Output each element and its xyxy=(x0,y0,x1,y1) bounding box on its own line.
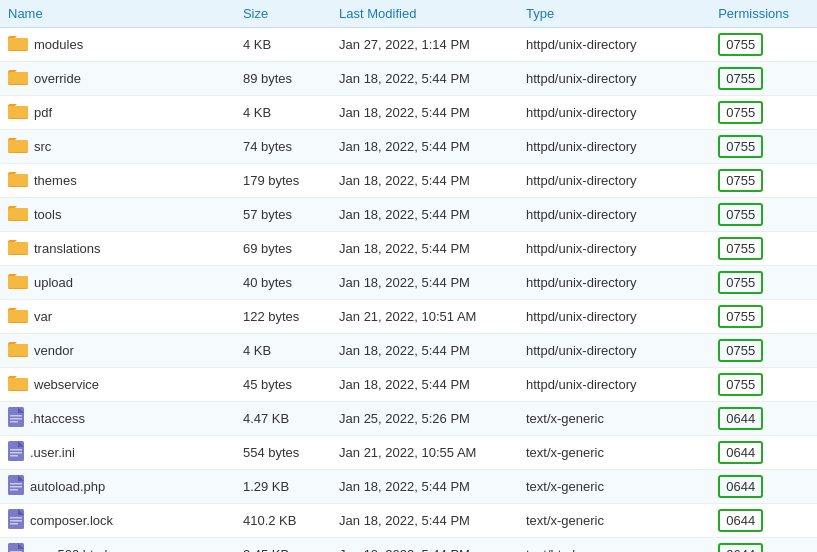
table-row[interactable]: override89 bytesJan 18, 2022, 5:44 PMhtt… xyxy=(0,62,817,96)
file-type-cell: httpd/unix-directory xyxy=(518,266,710,300)
permissions-badge[interactable]: 0755 xyxy=(718,203,763,226)
table-row[interactable]: autoload.php1.29 KBJan 18, 2022, 5:44 PM… xyxy=(0,470,817,504)
file-permissions-cell[interactable]: 0755 xyxy=(710,368,817,402)
file-name-text: autoload.php xyxy=(30,479,105,494)
file-modified-cell: Jan 21, 2022, 10:51 AM xyxy=(331,300,518,334)
file-permissions-cell[interactable]: 0755 xyxy=(710,164,817,198)
file-modified-cell: Jan 18, 2022, 5:44 PM xyxy=(331,504,518,538)
file-name-text: themes xyxy=(34,173,77,188)
file-modified-cell: Jan 18, 2022, 5:44 PM xyxy=(331,266,518,300)
permissions-badge[interactable]: 0755 xyxy=(718,271,763,294)
table-row[interactable]: tools57 bytesJan 18, 2022, 5:44 PMhttpd/… xyxy=(0,198,817,232)
table-row[interactable]: src74 bytesJan 18, 2022, 5:44 PMhttpd/un… xyxy=(0,130,817,164)
file-name-text: vendor xyxy=(34,343,74,358)
file-permissions-cell[interactable]: 0755 xyxy=(710,62,817,96)
svg-rect-11 xyxy=(8,208,28,220)
permissions-badge[interactable]: 0644 xyxy=(718,475,763,498)
file-type-cell: text/x-generic xyxy=(518,504,710,538)
table-row[interactable]: webservice45 bytesJan 18, 2022, 5:44 PMh… xyxy=(0,368,817,402)
file-type-cell: httpd/unix-directory xyxy=(518,232,710,266)
header-size[interactable]: Size xyxy=(235,0,331,28)
permissions-badge[interactable]: 0755 xyxy=(718,101,763,124)
svg-rect-32 xyxy=(8,475,24,495)
permissions-badge[interactable]: 0755 xyxy=(718,373,763,396)
permissions-badge[interactable]: 0644 xyxy=(718,509,763,532)
file-permissions-cell[interactable]: 0755 xyxy=(710,266,817,300)
svg-rect-24 xyxy=(10,415,22,417)
file-permissions-cell[interactable]: 0755 xyxy=(710,334,817,368)
header-name[interactable]: Name xyxy=(0,0,235,28)
table-row[interactable]: .user.ini554 bytesJan 21, 2022, 10:55 AM… xyxy=(0,436,817,470)
table-row[interactable]: vendor4 KBJan 18, 2022, 5:44 PMhttpd/uni… xyxy=(0,334,817,368)
file-permissions-cell[interactable]: 0644 xyxy=(710,538,817,553)
file-name-text: translations xyxy=(34,241,100,256)
file-permissions-cell[interactable]: 0644 xyxy=(710,402,817,436)
permissions-badge[interactable]: 0644 xyxy=(718,441,763,464)
permissions-badge[interactable]: 0755 xyxy=(718,169,763,192)
folder-icon xyxy=(8,171,28,190)
folder-icon xyxy=(8,103,28,122)
file-permissions-cell[interactable]: 0755 xyxy=(710,198,817,232)
file-permissions-cell[interactable]: 0755 xyxy=(710,300,817,334)
file-type-cell: text/html xyxy=(518,538,710,553)
permissions-badge[interactable]: 0644 xyxy=(718,407,763,430)
svg-rect-41 xyxy=(10,523,18,525)
svg-rect-34 xyxy=(10,483,22,485)
file-modified-cell: Jan 18, 2022, 5:44 PM xyxy=(331,232,518,266)
table-row[interactable]: var122 bytesJan 21, 2022, 10:51 AMhttpd/… xyxy=(0,300,817,334)
permissions-badge[interactable]: 0755 xyxy=(718,33,763,56)
file-modified-cell: Jan 18, 2022, 5:44 PM xyxy=(331,334,518,368)
file-permissions-cell[interactable]: 0755 xyxy=(710,232,817,266)
table-row[interactable]: themes179 bytesJan 18, 2022, 5:44 PMhttp… xyxy=(0,164,817,198)
file-size-cell: 57 bytes xyxy=(235,198,331,232)
folder-icon xyxy=(8,137,28,156)
file-icon xyxy=(8,475,24,498)
header-modified[interactable]: Last Modified xyxy=(331,0,518,28)
file-name-cell: override xyxy=(0,62,235,96)
file-icon xyxy=(8,441,24,464)
file-type-cell: httpd/unix-directory xyxy=(518,198,710,232)
file-type-cell: httpd/unix-directory xyxy=(518,164,710,198)
file-permissions-cell[interactable]: 0755 xyxy=(710,28,817,62)
table-row[interactable]: composer.lock410.2 KBJan 18, 2022, 5:44 … xyxy=(0,504,817,538)
header-type[interactable]: Type xyxy=(518,0,710,28)
permissions-badge[interactable]: 0755 xyxy=(718,135,763,158)
file-size-cell: 4 KB xyxy=(235,28,331,62)
header-permissions[interactable]: Permissions xyxy=(710,0,817,28)
svg-rect-9 xyxy=(8,174,28,186)
file-permissions-cell[interactable]: 0755 xyxy=(710,96,817,130)
svg-rect-1 xyxy=(8,38,28,50)
table-row[interactable]: pdf4 KBJan 18, 2022, 5:44 PMhttpd/unix-d… xyxy=(0,96,817,130)
file-size-cell: 179 bytes xyxy=(235,164,331,198)
file-size-cell: 69 bytes xyxy=(235,232,331,266)
file-size-cell: 122 bytes xyxy=(235,300,331,334)
file-type-cell: text/x-generic xyxy=(518,470,710,504)
permissions-badge[interactable]: 0755 xyxy=(718,339,763,362)
file-name-text: override xyxy=(34,71,81,86)
table-row[interactable]: upload40 bytesJan 18, 2022, 5:44 PMhttpd… xyxy=(0,266,817,300)
file-size-cell: 554 bytes xyxy=(235,436,331,470)
file-name-cell: composer.lock xyxy=(0,504,235,538)
file-name-cell: translations xyxy=(0,232,235,266)
file-name-cell: themes xyxy=(0,164,235,198)
file-permissions-cell[interactable]: 0644 xyxy=(710,470,817,504)
file-modified-cell: Jan 21, 2022, 10:55 AM xyxy=(331,436,518,470)
file-permissions-cell[interactable]: 0644 xyxy=(710,504,817,538)
table-row[interactable]: error500.html2.45 KBJan 18, 2022, 5:44 P… xyxy=(0,538,817,553)
file-icon xyxy=(8,543,24,552)
file-modified-cell: Jan 18, 2022, 5:44 PM xyxy=(331,538,518,553)
file-name-cell: autoload.php xyxy=(0,470,235,504)
permissions-badge[interactable]: 0755 xyxy=(718,305,763,328)
permissions-badge[interactable]: 0644 xyxy=(718,543,763,552)
file-permissions-cell[interactable]: 0644 xyxy=(710,436,817,470)
permissions-badge[interactable]: 0755 xyxy=(718,237,763,260)
file-name-cell: error500.html xyxy=(0,538,235,553)
table-row[interactable]: modules4 KBJan 27, 2022, 1:14 PMhttpd/un… xyxy=(0,28,817,62)
table-row[interactable]: translations69 bytesJan 18, 2022, 5:44 P… xyxy=(0,232,817,266)
permissions-badge[interactable]: 0755 xyxy=(718,67,763,90)
svg-rect-5 xyxy=(8,106,28,118)
svg-rect-30 xyxy=(10,452,22,454)
file-permissions-cell[interactable]: 0755 xyxy=(710,130,817,164)
file-name-text: var xyxy=(34,309,52,324)
table-row[interactable]: .htaccess4.47 KBJan 25, 2022, 5:26 PMtex… xyxy=(0,402,817,436)
